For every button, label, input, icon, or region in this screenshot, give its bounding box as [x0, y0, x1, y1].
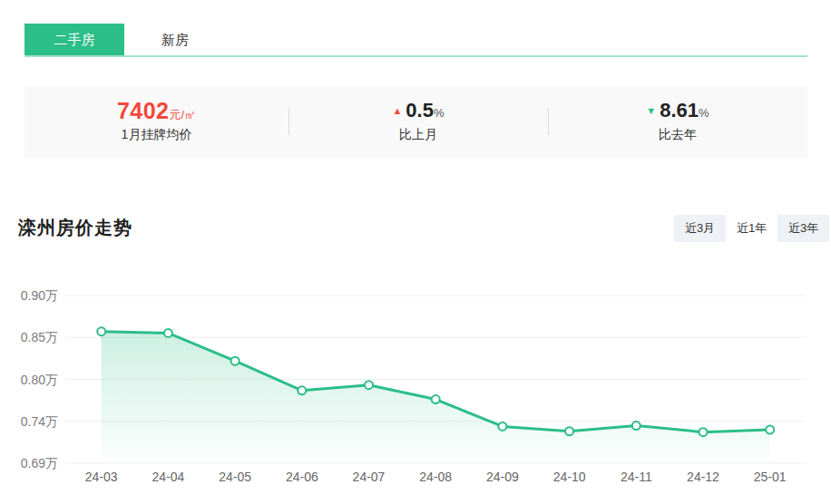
price-caption: 1月挂牌均价	[24, 127, 288, 143]
y-tick-label: 0.85万	[21, 330, 58, 344]
mom-caption: 比上月	[288, 127, 548, 143]
price-value: 7402	[117, 98, 170, 123]
x-tick-label: 24-10	[553, 470, 586, 484]
data-point-24-06[interactable]	[298, 386, 306, 394]
data-point-24-04[interactable]	[164, 329, 172, 337]
chart-title: 滦州房价走势	[18, 216, 132, 240]
yoy-caption: 比去年	[548, 127, 807, 143]
x-tick-label: 24-06	[286, 470, 318, 484]
mom-value: 0.5	[406, 99, 434, 121]
data-point-25-01[interactable]	[766, 426, 774, 434]
up-triangle-icon: ▲	[392, 99, 402, 122]
data-point-24-09[interactable]	[498, 422, 506, 431]
range-switcher: 近3月 近1年 近3年	[674, 215, 829, 242]
x-tick-label: 24-11	[621, 470, 652, 484]
range-button-1y[interactable]: 近1年	[726, 215, 777, 242]
y-tick-label: 0.80万	[21, 373, 58, 387]
x-tick-label: 24-04	[152, 470, 184, 484]
price-unit: 元/㎡	[170, 108, 197, 121]
price-trend-chart[interactable]: 0.90万0.85万0.80万0.74万0.69万24-0324-0424-05…	[0, 272, 831, 504]
tab-new-house[interactable]: 新房	[124, 24, 226, 55]
x-tick-label: 24-08	[419, 470, 452, 484]
x-axis-labels: 24-0324-0424-0524-0624-0724-0824-0924-10…	[85, 470, 787, 484]
mom-unit: %	[434, 106, 445, 120]
data-point-24-07[interactable]	[365, 381, 373, 389]
stat-month-over-month: ▲0.5% 比上月	[288, 86, 548, 158]
range-button-3y[interactable]: 近3年	[777, 215, 829, 242]
data-point-24-03[interactable]	[97, 327, 105, 335]
tabbar-underline	[24, 55, 807, 57]
range-button-3m[interactable]: 近3月	[674, 215, 726, 242]
x-tick-label: 24-07	[353, 470, 386, 484]
data-point-24-05[interactable]	[231, 357, 240, 365]
tab-second-hand[interactable]: 二手房	[24, 24, 124, 55]
stat-year-over-year: ▼8.61% 比去年	[548, 86, 807, 158]
y-tick-label: 0.90万	[21, 288, 58, 303]
housing-price-page: 二手房 新房 7402元/㎡ 1月挂牌均价 ▲0.5% 比上月 ▼8.61% 比…	[0, 0, 831, 504]
data-point-24-10[interactable]	[565, 427, 573, 435]
y-axis-labels: 0.90万0.85万0.80万0.74万0.69万	[21, 288, 58, 470]
x-tick-label: 24-03	[85, 470, 118, 484]
data-point-24-08[interactable]	[432, 395, 440, 403]
yoy-value: 8.61	[660, 99, 699, 121]
data-point-24-12[interactable]	[699, 428, 708, 436]
yoy-unit: %	[699, 106, 709, 120]
data-point-24-11[interactable]	[632, 422, 640, 430]
down-triangle-icon: ▼	[646, 99, 656, 122]
y-tick-label: 0.69万	[21, 456, 58, 470]
x-tick-label: 24-05	[219, 470, 251, 484]
x-tick-label: 25-01	[754, 470, 787, 484]
stat-current-price: 7402元/㎡ 1月挂牌均价	[24, 86, 288, 158]
x-tick-label: 24-09	[486, 470, 519, 484]
y-tick-label: 0.74万	[21, 414, 58, 429]
x-tick-label: 24-12	[687, 470, 719, 484]
stats-panel: 7402元/㎡ 1月挂牌均价 ▲0.5% 比上月 ▼8.61% 比去年	[24, 86, 807, 158]
